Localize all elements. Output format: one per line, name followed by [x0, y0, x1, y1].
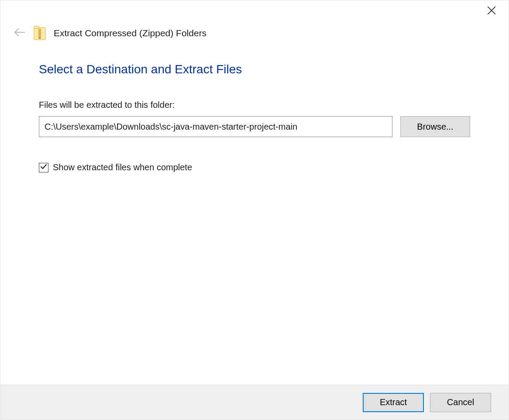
browse-button[interactable]: Browse...: [400, 116, 470, 137]
show-files-checkbox-label[interactable]: Show extracted files when complete: [53, 162, 192, 172]
destination-row: Browse...: [39, 116, 470, 137]
zipped-folder-icon: [34, 26, 46, 41]
extract-button[interactable]: Extract: [363, 393, 424, 412]
page-heading: Select a Destination and Extract Files: [39, 62, 470, 76]
checkmark-icon: [40, 163, 47, 172]
extract-wizard-dialog: Extract Compressed (Zipped) Folders Sele…: [0, 0, 509, 420]
footer: Extract Cancel: [0, 385, 509, 420]
show-files-checkbox-row: Show extracted files when complete: [39, 162, 470, 172]
dialog-title: Extract Compressed (Zipped) Folders: [54, 28, 206, 38]
titlebar: [0, 0, 509, 22]
content-area: Select a Destination and Extract Files F…: [0, 45, 509, 385]
header-row: Extract Compressed (Zipped) Folders: [0, 22, 509, 45]
svg-rect-9: [39, 37, 41, 39]
back-button: [14, 27, 26, 39]
back-arrow-icon: [14, 28, 25, 38]
svg-rect-1: [34, 26, 39, 28]
destination-label: Files will be extracted to this folder:: [39, 100, 470, 110]
close-icon: [487, 6, 496, 17]
show-files-checkbox[interactable]: [39, 163, 48, 172]
destination-path-input[interactable]: [39, 116, 392, 137]
close-button[interactable]: [481, 4, 502, 18]
cancel-button[interactable]: Cancel: [430, 393, 491, 412]
